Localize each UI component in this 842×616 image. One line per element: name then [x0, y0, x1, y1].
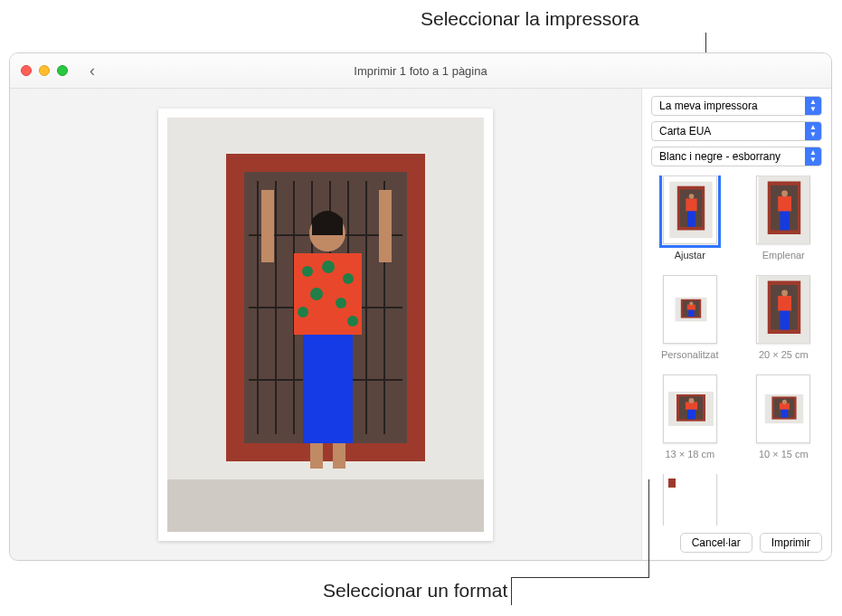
fullscreen-button[interactable] — [57, 65, 68, 76]
print-window: ‹ Imprimir 1 foto a 1 pàgina — [9, 52, 832, 561]
printer-select-value: La meva impressora — [659, 100, 758, 112]
format-thumb — [756, 374, 810, 443]
callout-line — [511, 578, 512, 605]
svg-rect-39 — [778, 196, 791, 212]
format-label: Personalitzat — [661, 349, 719, 360]
format-option-13x18[interactable]: 13 × 18 cm — [651, 374, 729, 460]
format-thumb — [756, 275, 810, 344]
printer-select[interactable]: La meva impressora — [651, 96, 822, 116]
preview-page — [158, 109, 493, 541]
preview-photo — [167, 118, 484, 532]
format-label: 20 × 25 cm — [759, 349, 809, 360]
svg-point-22 — [298, 307, 308, 317]
quality-value: Blanc i negre - esborrany — [659, 150, 781, 163]
close-button[interactable] — [21, 65, 32, 76]
svg-rect-24 — [261, 190, 274, 262]
window-content: La meva impressora Carta EUA Blanc i neg… — [10, 89, 831, 560]
svg-point-58 — [688, 398, 694, 403]
svg-rect-62 — [781, 408, 789, 417]
annotation-printer: Seleccionar la impressora — [421, 8, 639, 30]
svg-point-19 — [343, 273, 354, 284]
annotation-format: Seleccionar un format — [323, 580, 507, 602]
svg-rect-66 — [668, 479, 676, 488]
format-option-10x15[interactable]: 10 × 15 cm — [745, 374, 823, 460]
print-button[interactable]: Imprimir — [760, 533, 822, 553]
format-label: Emplenar — [762, 250, 805, 261]
format-thumb — [663, 175, 717, 244]
paper-size-select[interactable]: Carta EUA — [651, 121, 822, 141]
svg-rect-32 — [687, 209, 695, 227]
quality-select[interactable]: Blanc i negre - esborrany — [651, 147, 822, 166]
svg-rect-1 — [167, 479, 484, 532]
format-option-fill[interactable]: Emplenar — [745, 175, 823, 261]
svg-point-34 — [688, 194, 694, 199]
paper-size-value: Carta EUA — [659, 125, 711, 137]
svg-rect-50 — [781, 308, 790, 330]
format-label: 10 × 15 cm — [759, 449, 809, 460]
svg-point-64 — [782, 400, 787, 404]
dialog-buttons: Cancel·lar Imprimir — [651, 526, 822, 553]
svg-point-52 — [781, 290, 788, 297]
window-title: Imprimir 1 foto a 1 pàgina — [10, 64, 831, 78]
svg-point-23 — [347, 316, 358, 327]
svg-rect-56 — [687, 408, 695, 419]
format-grid: Ajustar Emplenar Personalitzat — [651, 175, 822, 526]
svg-point-46 — [689, 302, 693, 306]
callout-line — [511, 577, 649, 578]
svg-rect-28 — [333, 443, 345, 469]
back-button[interactable]: ‹ — [90, 62, 95, 81]
svg-rect-33 — [686, 199, 696, 212]
minimize-button[interactable] — [39, 65, 50, 76]
cancel-button[interactable]: Cancel·lar — [680, 533, 752, 553]
format-option-20x25[interactable]: 20 × 25 cm — [745, 275, 823, 360]
print-sidebar: La meva impressora Carta EUA Blanc i neg… — [641, 89, 831, 560]
svg-rect-25 — [379, 190, 392, 262]
svg-rect-51 — [778, 296, 791, 311]
dropdown-arrows-icon — [805, 122, 821, 140]
svg-point-40 — [781, 191, 788, 197]
format-option-contact[interactable] — [651, 474, 729, 526]
window-controls — [10, 65, 68, 76]
svg-point-17 — [302, 266, 313, 277]
svg-rect-27 — [310, 443, 323, 469]
format-thumb — [663, 474, 717, 526]
svg-point-20 — [310, 288, 323, 300]
format-thumb — [663, 275, 717, 344]
format-label: Ajustar — [675, 250, 705, 261]
print-preview-area — [10, 89, 641, 560]
format-option-custom[interactable]: Personalitzat — [651, 275, 729, 360]
titlebar: ‹ Imprimir 1 foto a 1 pàgina — [10, 53, 831, 89]
callout-line — [648, 479, 649, 578]
svg-rect-38 — [781, 209, 790, 231]
svg-rect-15 — [303, 326, 353, 443]
svg-point-21 — [336, 298, 346, 308]
svg-rect-44 — [688, 308, 694, 317]
format-label: 13 × 18 cm — [665, 449, 714, 460]
format-thumb — [756, 175, 810, 244]
dropdown-arrows-icon — [805, 147, 821, 166]
format-option-fit[interactable]: Ajustar — [651, 175, 729, 261]
svg-point-18 — [322, 261, 335, 273]
dropdown-arrows-icon — [805, 97, 821, 115]
format-thumb — [663, 374, 717, 443]
